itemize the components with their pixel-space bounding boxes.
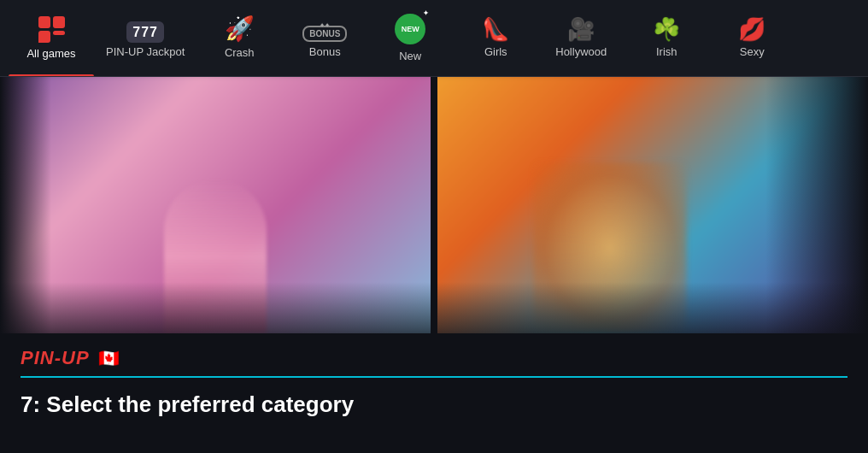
nav-item-irish[interactable]: ☘️ Irish <box>624 0 709 77</box>
nav-item-hollywood[interactable]: 🎥 Hollywood <box>538 0 624 77</box>
bonus-icon: BONUS <box>302 18 347 40</box>
nav-item-crash[interactable]: 🚀 Crash <box>196 0 282 77</box>
nav-label-jackpot: PIN-UP Jackpot <box>106 45 185 58</box>
brand-row: PiN-UP 🇨🇦 <box>21 347 847 369</box>
clover-icon: ☘️ <box>653 18 680 40</box>
rocket-icon: 🚀 <box>225 17 255 41</box>
instruction-number: 7 <box>21 391 32 417</box>
nav-item-girls[interactable]: 👠 Girls <box>453 0 538 77</box>
new-icon: NEW <box>395 14 425 44</box>
heels-icon: 👠 <box>482 18 509 40</box>
all-games-icon <box>38 16 64 42</box>
nav-label-irish: Irish <box>656 45 677 58</box>
camera-icon: 🎥 <box>567 18 595 40</box>
nav-label-hollywood: Hollywood <box>555 45 607 58</box>
instruction-body: Select the preferred category <box>46 391 354 417</box>
nav-label-sexy: Sexy <box>740 45 765 58</box>
teal-divider <box>21 376 847 378</box>
nav-label-new: New <box>399 50 421 62</box>
nav-label-girls: Girls <box>484 45 507 58</box>
bottom-section: PiN-UP 🇨🇦 7: Select the preferred catego… <box>0 333 868 442</box>
canada-flag: 🇨🇦 <box>98 348 120 368</box>
nav-item-all-games[interactable]: All games <box>9 0 94 77</box>
lips-icon: 💋 <box>738 18 765 40</box>
nav-label-all-games: All games <box>26 47 75 60</box>
nav-label-crash: Crash <box>225 46 255 59</box>
instruction-text: 7: Select the preferred category <box>21 391 847 418</box>
game-area-overlay <box>0 282 868 333</box>
nav-item-new[interactable]: NEW New <box>367 0 453 77</box>
nav-label-bonus: Bonus <box>309 45 341 58</box>
jackpot-icon: 777 <box>126 18 164 40</box>
games-showcase <box>0 77 868 333</box>
nav-item-sexy[interactable]: 💋 Sexy <box>709 0 795 77</box>
nav-item-bonus[interactable]: BONUS Bonus <box>282 0 367 77</box>
pin-up-logo: PiN-UP <box>21 347 90 369</box>
top-navigation: All games 777 PIN-UP Jackpot 🚀 Crash BON… <box>0 0 868 77</box>
nav-item-jackpot[interactable]: 777 PIN-UP Jackpot <box>94 0 196 77</box>
